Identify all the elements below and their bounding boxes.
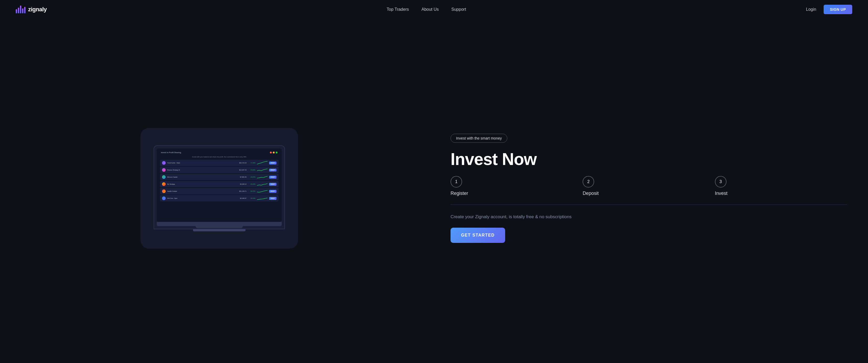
chart-sparkline: [257, 196, 268, 200]
table-row: DAI Coin - Spot $2,048.97 18.43% INVEST: [160, 195, 279, 201]
avatar: [162, 175, 166, 179]
step-register: 1 Register: [451, 176, 583, 196]
nav-support[interactable]: Support: [451, 7, 466, 12]
table-row: Trend Surfer - Static $32,724.23 77.34% …: [160, 160, 279, 166]
logo-bar-4: [22, 8, 23, 14]
invest-button[interactable]: INVEST: [269, 176, 276, 178]
trader-percent: 29.37%: [248, 190, 255, 192]
hero-description: Create your Zignaly account, is totally …: [451, 213, 847, 220]
chart-sparkline: [257, 161, 268, 165]
traffic-light-red: [270, 152, 272, 154]
invest-button[interactable]: INVEST: [269, 183, 276, 186]
hero-section: Invest in Profit Sharing Invest with you…: [0, 19, 868, 363]
laptop: Invest in Profit Sharing Invest with you…: [154, 145, 285, 231]
trader-name: My Strategy: [167, 183, 236, 185]
avatar: [162, 168, 166, 172]
logo-bar-2: [18, 8, 19, 14]
step-label-deposit: Deposit: [583, 191, 599, 196]
avatar: [162, 196, 166, 200]
avatar: [162, 189, 166, 193]
logo-bar-1: [16, 9, 17, 14]
step-circle-2: 2: [583, 176, 594, 188]
step-label-invest: Invest: [715, 191, 727, 196]
laptop-body: Invest in Profit Sharing Invest with you…: [154, 145, 285, 229]
invest-button[interactable]: INVEST: [269, 197, 276, 200]
hero-content: Invest with the smart money Invest Now 1…: [451, 134, 847, 243]
signup-button[interactable]: SIGN UP: [824, 5, 852, 14]
table-row: Aquifer Scalper $21,149.71 29.37% INVEST: [160, 188, 279, 194]
step-deposit: 2 Deposit: [583, 176, 715, 196]
invest-button[interactable]: INVEST: [269, 190, 276, 193]
logo-icon: [16, 5, 26, 13]
nav-top-traders[interactable]: Top Traders: [387, 7, 409, 12]
laptop-screen-title: Invest in Profit Sharing: [161, 152, 181, 154]
logo-text: zignaly: [28, 6, 47, 13]
get-started-button[interactable]: GET STARTED: [451, 228, 505, 243]
trader-value: $32,724.23: [237, 162, 247, 164]
hero-illustration: Invest in Profit Sharing Invest with you…: [21, 128, 417, 249]
table-row: Binance Strategy AI $12,267.43 44.93% IN…: [160, 167, 279, 173]
nav-links: Top Traders About Us Support: [387, 7, 466, 12]
logo-bar-5: [24, 7, 26, 14]
trader-name: Trend Surfer - Static: [167, 162, 236, 164]
hero-badge: Invest with the smart money: [451, 134, 507, 143]
step-label-register: Register: [451, 191, 468, 196]
logo[interactable]: zignaly: [16, 5, 47, 13]
step-circle-1: 1: [451, 176, 462, 188]
step-circle-3: 3: [715, 176, 726, 188]
trader-name: Binance Strategy AI: [167, 169, 236, 171]
laptop-container: Invest in Profit Sharing Invest with you…: [141, 128, 298, 249]
trader-value: $21,149.71: [237, 190, 247, 192]
laptop-screen-subtitle: Invest with your balance and share the p…: [160, 156, 279, 158]
trader-name: Aquifer Scalper: [167, 190, 236, 192]
trader-value: $2,048.97: [237, 198, 247, 199]
trader-value: $7,800.45: [237, 176, 247, 178]
trader-percent: 44.93%: [248, 169, 255, 171]
avatar: [162, 182, 166, 186]
table-row: My Strategy $4,648.12 29.22% INVEST: [160, 181, 279, 187]
trader-name: Mercury Capital: [167, 176, 236, 178]
logo-bar-3: [20, 5, 21, 13]
nav-about-us[interactable]: About Us: [422, 7, 439, 12]
laptop-screen: Invest in Profit Sharing Invest with you…: [157, 148, 282, 222]
trader-percent: 29.97%: [248, 176, 255, 178]
chart-sparkline: [257, 168, 268, 172]
trader-value: $12,267.43: [237, 169, 247, 171]
chart-sparkline: [257, 182, 268, 186]
hero-title: Invest Now: [451, 150, 847, 168]
navbar: zignaly Top Traders About Us Support Log…: [0, 0, 868, 19]
navbar-actions: Login SIGN UP: [806, 5, 852, 14]
laptop-stand: [193, 229, 246, 231]
step-invest: 3 Invest: [715, 176, 847, 196]
traffic-light-yellow: [273, 152, 275, 154]
table-row: Mercury Capital $7,800.45 29.97% INVEST: [160, 174, 279, 180]
invest-button[interactable]: INVEST: [269, 169, 276, 171]
chart-sparkline: [257, 189, 268, 193]
trader-percent: 77.34%: [248, 162, 255, 164]
trader-percent: 18.43%: [248, 198, 255, 199]
trader-percent: 29.22%: [248, 183, 255, 185]
traffic-light-green: [276, 152, 278, 154]
laptop-header-bar: Invest in Profit Sharing: [160, 152, 279, 154]
avatar: [162, 161, 166, 165]
trader-name: DAI Coin - Spot: [167, 198, 236, 199]
traffic-lights: [270, 152, 278, 154]
steps-row: 1 Register 2 Deposit 3 Invest: [451, 176, 847, 196]
login-link[interactable]: Login: [806, 7, 816, 12]
laptop-base: [157, 222, 282, 226]
chart-sparkline: [257, 175, 268, 179]
invest-button[interactable]: INVEST: [269, 162, 276, 164]
trader-value: $4,648.12: [237, 183, 247, 185]
trader-table: Trend Surfer - Static $32,724.23 77.34% …: [160, 160, 279, 201]
